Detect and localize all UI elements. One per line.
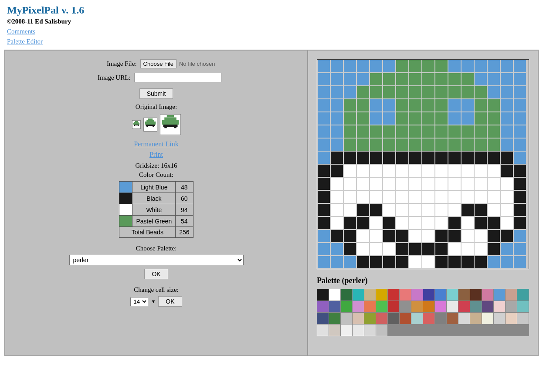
palette-swatch[interactable] — [506, 289, 517, 301]
palette-swatch[interactable] — [470, 301, 482, 312]
gridsize-text: Gridsize: 16x16 — [14, 162, 299, 169]
palette-swatch[interactable] — [400, 289, 411, 301]
palette-swatch[interactable] — [517, 289, 529, 301]
pixel-cell — [513, 125, 526, 138]
pixel-cell — [422, 86, 435, 99]
palette-swatch[interactable] — [329, 289, 340, 301]
palette-swatch[interactable] — [494, 289, 505, 301]
palette-swatch[interactable] — [517, 301, 529, 312]
cell-size-select[interactable]: 14 16 18 20 — [130, 297, 148, 306]
pixel-cell — [370, 60, 383, 73]
palette-swatch[interactable] — [423, 301, 434, 312]
palette-swatch[interactable] — [447, 289, 458, 301]
palette-swatch[interactable] — [317, 324, 329, 336]
palette-swatch[interactable] — [353, 324, 364, 336]
comments-link[interactable]: Comments — [7, 28, 536, 35]
palette-swatch[interactable] — [376, 301, 387, 312]
palette-swatch[interactable] — [341, 301, 352, 312]
palette-swatch[interactable] — [329, 313, 340, 324]
color-row: Pastel Green 54 — [119, 216, 193, 227]
palette-swatch[interactable] — [388, 313, 399, 324]
palette-title: Palette (perler) — [317, 276, 529, 285]
palette-swatch[interactable] — [411, 313, 423, 324]
palette-swatch[interactable] — [400, 313, 411, 324]
cell-size-ok-button[interactable]: OK — [158, 296, 182, 307]
palette-swatch[interactable] — [353, 313, 364, 324]
pixel-cell — [396, 177, 409, 190]
palette-swatch[interactable] — [376, 313, 387, 324]
palette-swatch[interactable] — [458, 289, 470, 301]
palette-swatch[interactable] — [435, 289, 446, 301]
pixel-cell — [461, 177, 474, 190]
palette-swatch[interactable] — [494, 313, 505, 324]
palette-swatch[interactable] — [341, 289, 352, 301]
palette-swatch[interactable] — [341, 313, 352, 324]
palette-swatch[interactable] — [482, 313, 493, 324]
submit-button[interactable]: Submit — [139, 88, 173, 99]
pixel-cell — [343, 190, 356, 203]
palette-swatch[interactable] — [317, 289, 329, 301]
pixel-cell — [422, 243, 435, 256]
palette-swatch[interactable] — [341, 324, 352, 336]
pixel-cell — [317, 138, 330, 151]
palette-swatch[interactable] — [482, 289, 493, 301]
palette-swatch[interactable] — [353, 301, 364, 312]
thumbnail-large[interactable] — [160, 114, 181, 135]
palette-swatch[interactable] — [400, 301, 411, 312]
palette-swatch[interactable] — [376, 324, 387, 336]
palette-select[interactable]: perler — [69, 255, 244, 265]
thumbnail-small[interactable] — [132, 120, 141, 129]
color-count: 48 — [176, 182, 193, 193]
palette-swatch[interactable] — [458, 301, 470, 312]
palette-swatch[interactable] — [470, 313, 482, 324]
palette-swatch[interactable] — [388, 289, 399, 301]
palette-swatch[interactable] — [411, 289, 423, 301]
pixel-cell — [513, 190, 526, 203]
palette-swatch[interactable] — [423, 313, 434, 324]
pixel-cell — [343, 151, 356, 164]
svg-rect-20 — [174, 126, 176, 128]
palette-swatch[interactable] — [317, 313, 329, 324]
palette-swatch[interactable] — [317, 301, 329, 312]
pixel-cell — [383, 138, 396, 151]
palette-swatch[interactable] — [517, 313, 529, 324]
svg-rect-12 — [146, 125, 148, 127]
pixel-cell — [409, 125, 422, 138]
choose-file-button[interactable]: Choose File — [140, 59, 176, 68]
pixel-cell — [409, 151, 422, 164]
pixel-cell — [356, 151, 370, 164]
palette-swatch[interactable] — [364, 289, 376, 301]
palette-swatch[interactable] — [435, 313, 446, 324]
palette-swatch[interactable] — [506, 301, 517, 312]
palette-swatch[interactable] — [423, 289, 434, 301]
image-url-input[interactable] — [134, 73, 221, 82]
palette-editor-link[interactable]: Palette Editor — [7, 38, 536, 45]
palette-swatch[interactable] — [376, 289, 387, 301]
pixel-cell — [383, 216, 396, 230]
palette-swatch[interactable] — [482, 301, 493, 312]
thumbnail-medium[interactable] — [143, 118, 157, 132]
palette-swatch[interactable] — [435, 301, 446, 312]
permanent-link[interactable]: Permanent Link — [134, 140, 179, 148]
palette-swatch[interactable] — [364, 313, 376, 324]
palette-swatch[interactable] — [388, 301, 399, 312]
print-link[interactable]: Print — [149, 151, 163, 158]
palette-swatch[interactable] — [494, 301, 505, 312]
palette-swatch[interactable] — [411, 301, 423, 312]
palette-swatch[interactable] — [458, 313, 470, 324]
palette-swatch[interactable] — [364, 324, 376, 336]
palette-swatch[interactable] — [329, 301, 340, 312]
ok-button[interactable]: OK — [144, 269, 168, 279]
pixel-cell — [474, 138, 487, 151]
pixel-cell — [396, 138, 409, 151]
pixel-cell — [409, 243, 422, 256]
palette-swatch[interactable] — [329, 324, 340, 336]
palette-swatch[interactable] — [364, 301, 376, 312]
pixel-cell — [448, 243, 461, 256]
palette-swatch[interactable] — [447, 313, 458, 324]
palette-swatch[interactable] — [447, 301, 458, 312]
palette-swatch[interactable] — [470, 289, 482, 301]
palette-swatch[interactable] — [353, 289, 364, 301]
palette-swatch[interactable] — [506, 313, 517, 324]
pixel-cell — [356, 230, 370, 243]
